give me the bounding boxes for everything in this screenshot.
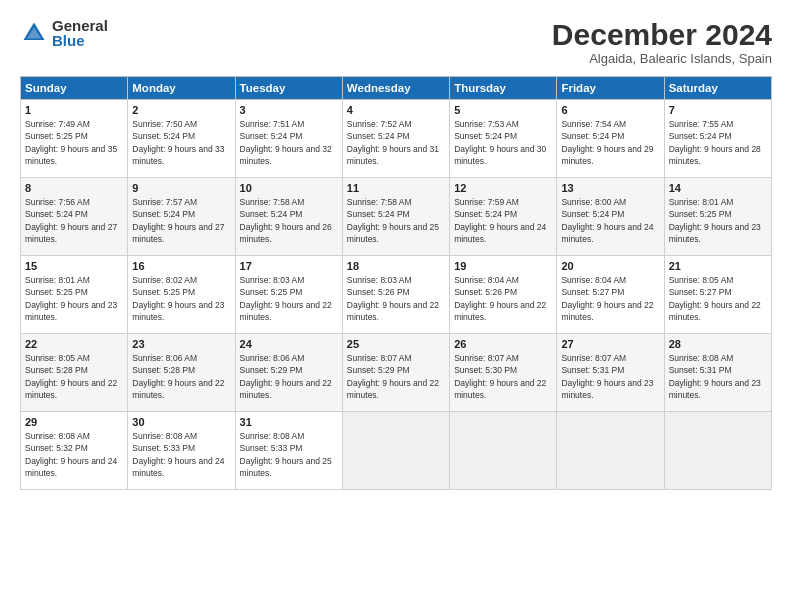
cell-content: Sunrise: 7:59 AMSunset: 5:24 PMDaylight:… [454,196,552,245]
cell-content: Sunrise: 8:07 AMSunset: 5:31 PMDaylight:… [561,352,659,401]
day-number: 25 [347,338,445,350]
daylight-text: Daylight: 9 hours and 28 minutes. [669,144,761,166]
daylight-text: Daylight: 9 hours and 24 minutes. [454,222,546,244]
sunrise-text: Sunrise: 8:05 AM [25,353,90,363]
sunset-text: Sunset: 5:25 PM [132,287,195,297]
week-row-4: 29Sunrise: 8:08 AMSunset: 5:32 PMDayligh… [21,412,772,490]
sunset-text: Sunset: 5:28 PM [132,365,195,375]
col-thursday: Thursday [450,77,557,100]
week-row-0: 1Sunrise: 7:49 AMSunset: 5:25 PMDaylight… [21,100,772,178]
daylight-text: Daylight: 9 hours and 30 minutes. [454,144,546,166]
table-cell: 29Sunrise: 8:08 AMSunset: 5:32 PMDayligh… [21,412,128,490]
table-cell: 10Sunrise: 7:58 AMSunset: 5:24 PMDayligh… [235,178,342,256]
sunrise-text: Sunrise: 8:05 AM [669,275,734,285]
sunset-text: Sunset: 5:27 PM [561,287,624,297]
cell-content: Sunrise: 8:08 AMSunset: 5:31 PMDaylight:… [669,352,767,401]
week-row-1: 8Sunrise: 7:56 AMSunset: 5:24 PMDaylight… [21,178,772,256]
cell-content: Sunrise: 8:03 AMSunset: 5:25 PMDaylight:… [240,274,338,323]
col-sunday: Sunday [21,77,128,100]
sunrise-text: Sunrise: 7:50 AM [132,119,197,129]
sunrise-text: Sunrise: 7:52 AM [347,119,412,129]
sunrise-text: Sunrise: 7:58 AM [347,197,412,207]
day-number: 13 [561,182,659,194]
daylight-text: Daylight: 9 hours and 35 minutes. [25,144,117,166]
sunset-text: Sunset: 5:25 PM [25,287,88,297]
sunset-text: Sunset: 5:26 PM [454,287,517,297]
daylight-text: Daylight: 9 hours and 23 minutes. [561,378,653,400]
daylight-text: Daylight: 9 hours and 22 minutes. [561,300,653,322]
day-number: 18 [347,260,445,272]
sunrise-text: Sunrise: 8:08 AM [132,431,197,441]
col-friday: Friday [557,77,664,100]
daylight-text: Daylight: 9 hours and 22 minutes. [669,300,761,322]
daylight-text: Daylight: 9 hours and 25 minutes. [240,456,332,478]
table-cell: 3Sunrise: 7:51 AMSunset: 5:24 PMDaylight… [235,100,342,178]
table-cell: 6Sunrise: 7:54 AMSunset: 5:24 PMDaylight… [557,100,664,178]
col-tuesday: Tuesday [235,77,342,100]
day-number: 6 [561,104,659,116]
table-cell: 31Sunrise: 8:08 AMSunset: 5:33 PMDayligh… [235,412,342,490]
daylight-text: Daylight: 9 hours and 22 minutes. [347,378,439,400]
cell-content: Sunrise: 7:58 AMSunset: 5:24 PMDaylight:… [240,196,338,245]
sunrise-text: Sunrise: 8:01 AM [25,275,90,285]
sunset-text: Sunset: 5:26 PM [347,287,410,297]
day-number: 16 [132,260,230,272]
cell-content: Sunrise: 7:52 AMSunset: 5:24 PMDaylight:… [347,118,445,167]
header-row: Sunday Monday Tuesday Wednesday Thursday… [21,77,772,100]
table-cell: 21Sunrise: 8:05 AMSunset: 5:27 PMDayligh… [664,256,771,334]
table-cell: 5Sunrise: 7:53 AMSunset: 5:24 PMDaylight… [450,100,557,178]
table-cell: 17Sunrise: 8:03 AMSunset: 5:25 PMDayligh… [235,256,342,334]
cell-content: Sunrise: 8:04 AMSunset: 5:26 PMDaylight:… [454,274,552,323]
table-cell: 9Sunrise: 7:57 AMSunset: 5:24 PMDaylight… [128,178,235,256]
cell-content: Sunrise: 8:08 AMSunset: 5:32 PMDaylight:… [25,430,123,479]
day-number: 9 [132,182,230,194]
sunrise-text: Sunrise: 8:07 AM [561,353,626,363]
sunset-text: Sunset: 5:27 PM [669,287,732,297]
sunset-text: Sunset: 5:25 PM [669,209,732,219]
cell-content: Sunrise: 8:01 AMSunset: 5:25 PMDaylight:… [669,196,767,245]
day-number: 7 [669,104,767,116]
cell-content: Sunrise: 7:56 AMSunset: 5:24 PMDaylight:… [25,196,123,245]
sunset-text: Sunset: 5:24 PM [240,131,303,141]
logo-general: General [52,18,108,33]
sunset-text: Sunset: 5:24 PM [347,209,410,219]
cell-content: Sunrise: 8:07 AMSunset: 5:29 PMDaylight:… [347,352,445,401]
daylight-text: Daylight: 9 hours and 33 minutes. [132,144,224,166]
daylight-text: Daylight: 9 hours and 22 minutes. [454,300,546,322]
cell-content: Sunrise: 7:55 AMSunset: 5:24 PMDaylight:… [669,118,767,167]
cell-content: Sunrise: 8:00 AMSunset: 5:24 PMDaylight:… [561,196,659,245]
day-number: 4 [347,104,445,116]
cell-content: Sunrise: 8:08 AMSunset: 5:33 PMDaylight:… [132,430,230,479]
table-cell [557,412,664,490]
calendar-header: Sunday Monday Tuesday Wednesday Thursday… [21,77,772,100]
daylight-text: Daylight: 9 hours and 22 minutes. [132,378,224,400]
sunset-text: Sunset: 5:24 PM [561,209,624,219]
sunrise-text: Sunrise: 8:08 AM [25,431,90,441]
day-number: 10 [240,182,338,194]
sunrise-text: Sunrise: 8:07 AM [454,353,519,363]
table-cell: 7Sunrise: 7:55 AMSunset: 5:24 PMDaylight… [664,100,771,178]
daylight-text: Daylight: 9 hours and 29 minutes. [561,144,653,166]
cell-content: Sunrise: 8:05 AMSunset: 5:27 PMDaylight:… [669,274,767,323]
sunrise-text: Sunrise: 7:56 AM [25,197,90,207]
daylight-text: Daylight: 9 hours and 27 minutes. [132,222,224,244]
daylight-text: Daylight: 9 hours and 23 minutes. [669,222,761,244]
sunset-text: Sunset: 5:32 PM [25,443,88,453]
day-number: 22 [25,338,123,350]
day-number: 3 [240,104,338,116]
daylight-text: Daylight: 9 hours and 22 minutes. [240,300,332,322]
day-number: 1 [25,104,123,116]
sunset-text: Sunset: 5:24 PM [561,131,624,141]
daylight-text: Daylight: 9 hours and 24 minutes. [132,456,224,478]
table-cell: 19Sunrise: 8:04 AMSunset: 5:26 PMDayligh… [450,256,557,334]
sunset-text: Sunset: 5:31 PM [669,365,732,375]
table-cell [342,412,449,490]
table-cell: 8Sunrise: 7:56 AMSunset: 5:24 PMDaylight… [21,178,128,256]
daylight-text: Daylight: 9 hours and 22 minutes. [454,378,546,400]
cell-content: Sunrise: 7:54 AMSunset: 5:24 PMDaylight:… [561,118,659,167]
sunset-text: Sunset: 5:24 PM [240,209,303,219]
sunset-text: Sunset: 5:33 PM [132,443,195,453]
cell-content: Sunrise: 7:57 AMSunset: 5:24 PMDaylight:… [132,196,230,245]
sunset-text: Sunset: 5:24 PM [132,131,195,141]
day-number: 27 [561,338,659,350]
